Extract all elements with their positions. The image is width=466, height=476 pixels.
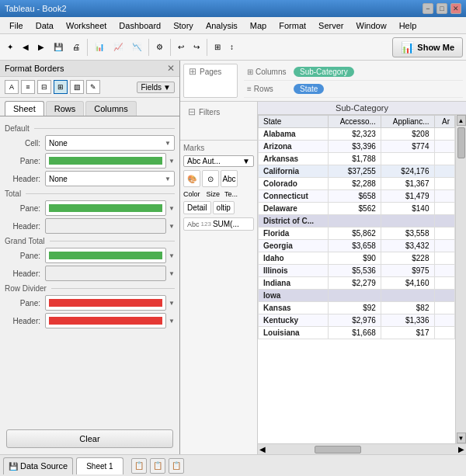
toolbar-redo-btn[interactable]: ↪	[190, 37, 203, 57]
pane-rowdivider-color[interactable]	[45, 295, 166, 311]
toolbar-group-btn[interactable]: ⊞	[210, 37, 224, 57]
fmt-icon-shading[interactable]: ▧	[70, 80, 84, 94]
value-cell	[434, 314, 455, 327]
window-controls[interactable]: − □ ✕	[423, 3, 461, 14]
section-default: Default	[5, 124, 175, 133]
format-row-pane-total: Pane: ▼	[5, 200, 175, 216]
viz-scroll-up[interactable]: ▲	[457, 115, 466, 126]
value-cell: $3,396	[328, 141, 381, 153]
cell-dropdown[interactable]: None▼	[45, 135, 175, 151]
marks-type-dropdown[interactable]: Abc Aut... ▼	[183, 155, 254, 167]
status-icon-1[interactable]: 📋	[131, 458, 147, 474]
fields-dropdown[interactable]: Fields ▼	[137, 82, 175, 93]
marks-sum-btn[interactable]: Abc 123 SUM(...	[183, 217, 254, 231]
scroll-thumb-h[interactable]	[315, 446, 361, 453]
menu-format[interactable]: Format	[273, 19, 312, 32]
toolbar-chart1-btn[interactable]: 📊	[91, 37, 108, 57]
data-source-tab[interactable]: 💾 Data Source	[3, 457, 73, 474]
close-btn[interactable]: ✕	[450, 3, 461, 14]
menu-worksheet[interactable]: Worksheet	[60, 19, 113, 32]
fmt-icon-align[interactable]: ⊟	[37, 80, 51, 94]
value-cell: $2,288	[328, 178, 381, 190]
menu-analysis[interactable]: Analysis	[200, 19, 244, 32]
header-default-dropdown[interactable]: None▼	[45, 171, 175, 186]
marks-detail-btn[interactable]: Detail	[183, 201, 211, 214]
pane-grandtotal-color[interactable]	[45, 248, 166, 263]
header-total-color[interactable]	[45, 218, 166, 234]
value-cell: $24,176	[381, 165, 434, 178]
scroll-right-btn[interactable]: ▶	[458, 445, 464, 453]
toolbar-undo-btn[interactable]: ↩	[174, 37, 188, 57]
col-accesso: Accesso...	[328, 116, 381, 128]
minimize-btn[interactable]: −	[423, 3, 433, 14]
scroll-left-btn[interactable]: ◀	[259, 445, 266, 453]
toolbar-save-btn[interactable]: 💾	[50, 37, 67, 57]
col-ar: Ar	[434, 116, 455, 128]
viz-scrollbar-h[interactable]: ◀ ▶	[258, 443, 466, 454]
format-panel-close-btn[interactable]: ✕	[167, 63, 175, 74]
marks-tooltip-btn[interactable]: oltip	[213, 201, 235, 214]
header-grandtotal-color[interactable]	[45, 266, 166, 281]
toolbar-chart3-btn[interactable]: 📉	[128, 37, 145, 57]
tab-sheet[interactable]: Sheet	[5, 101, 44, 116]
menu-server[interactable]: Server	[312, 19, 350, 32]
menu-story[interactable]: Story	[167, 19, 200, 32]
marks-color-btn[interactable]: 🎨	[183, 170, 200, 187]
menu-map[interactable]: Map	[244, 19, 273, 32]
fmt-icon-a[interactable]: A	[5, 80, 19, 94]
menu-data[interactable]: Data	[30, 19, 60, 32]
status-icon-2[interactable]: 📋	[150, 458, 165, 474]
maximize-btn[interactable]: □	[436, 3, 447, 14]
toolbar-back-btn[interactable]: ◀	[19, 37, 33, 57]
data-source-label: Data Source	[20, 461, 68, 471]
status-icon-3[interactable]: 📋	[169, 458, 184, 474]
value-cell: $208	[381, 128, 434, 141]
tab-rows[interactable]: Rows	[46, 101, 85, 116]
toolbar-new-btn[interactable]: ✦	[3, 37, 17, 57]
format-row-header-grandtotal: Header: ▼	[5, 266, 175, 281]
fmt-icon-border[interactable]: ⊞	[54, 80, 68, 94]
toolbar-sep-1	[87, 39, 88, 56]
rows-pill[interactable]: State	[294, 84, 324, 94]
marks-size-btn[interactable]: ⊙	[202, 170, 219, 187]
show-me-button[interactable]: 📊 Show Me	[392, 37, 463, 57]
toolbar-forward-btn[interactable]: ▶	[34, 37, 48, 57]
fmt-icon-tooltip[interactable]: ✎	[86, 80, 100, 94]
pages-label: Pages	[200, 68, 221, 76]
tab-columns[interactable]: Columns	[85, 101, 136, 116]
state-cell: Alabama	[259, 128, 329, 141]
viz-scroll-thumb[interactable]	[457, 127, 465, 158]
header-default-arrow: ▼	[165, 175, 171, 182]
sheet1-tab[interactable]: Sheet 1	[76, 457, 123, 474]
menu-help[interactable]: Help	[393, 19, 423, 32]
menu-file[interactable]: File	[3, 19, 30, 32]
pane-total-color[interactable]	[45, 200, 166, 216]
marks-text-btn[interactable]: Abc	[221, 170, 238, 187]
format-panel: Format Borders ✕ A ≡ ⊟ ⊞ ▧ ✎ Fields ▼ Sh…	[0, 61, 180, 454]
header-rowdivider-color[interactable]	[45, 313, 166, 328]
columns-pill[interactable]: Sub-Category	[294, 67, 354, 77]
table-row: Arkansas$1,788	[259, 153, 455, 165]
viz-table-wrap[interactable]: State Accesso... Applianc... Ar Alabama$…	[258, 115, 455, 443]
pane-grandtotal-arrow: ▼	[169, 252, 175, 259]
value-cell	[434, 277, 455, 290]
title-bar: Tableau - Book2 − □ ✕	[0, 0, 466, 17]
table-row: Idaho$90$228	[259, 252, 455, 265]
fmt-icon-lines[interactable]: ≡	[21, 80, 35, 94]
pages-header: ⊞ Pages	[184, 64, 237, 78]
menu-window[interactable]: Window	[350, 19, 393, 32]
viz-scroll-down[interactable]: ▼	[457, 433, 466, 443]
section-total: Total	[5, 189, 175, 198]
table-row: Kansas$92$82	[259, 302, 455, 314]
toolbar-print-btn[interactable]: 🖨	[68, 37, 84, 57]
toolbar-filter-btn[interactable]: ⚙	[152, 37, 167, 57]
state-cell: Florida	[259, 228, 329, 240]
header-default-label: Header:	[5, 175, 45, 183]
menu-dashboard[interactable]: Dashboard	[113, 19, 167, 32]
pane-default-color[interactable]	[45, 153, 166, 169]
viz-scrollbar-v[interactable]: ▲ ▼	[455, 115, 466, 443]
toolbar-chart2-btn[interactable]: 📈	[110, 37, 127, 57]
clear-button[interactable]: Clear	[6, 429, 173, 448]
toolbar-sort-btn[interactable]: ↕	[226, 37, 238, 57]
value-cell	[381, 153, 434, 165]
